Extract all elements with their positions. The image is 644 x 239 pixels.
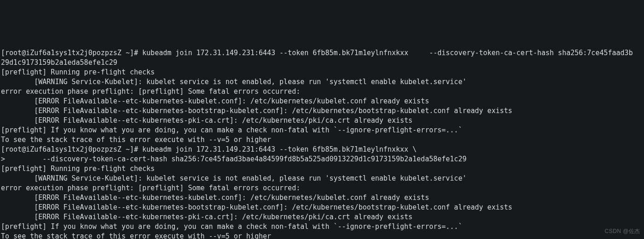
terminal-line: [root@iZuf6a1sys1tx2j0pozpzsZ ~]# kubead…	[1, 145, 643, 154]
terminal-line: [ERROR FileAvailable--etc-kubernetes-pki…	[1, 212, 643, 222]
terminal-line: [WARNING Service-Kubelet]: kubelet servi…	[1, 77, 643, 87]
terminal-line: [preflight] Running pre-flight checks	[1, 68, 643, 77]
terminal-line: [preflight] Running pre-flight checks	[1, 164, 643, 174]
terminal-line: error execution phase preflight: [prefli…	[1, 183, 643, 193]
terminal-line: [ERROR FileAvailable--etc-kubernetes-kub…	[1, 97, 643, 106]
terminal-line: error execution phase preflight: [prefli…	[1, 87, 643, 97]
terminal-line: [ERROR FileAvailable--etc-kubernetes-kub…	[1, 193, 643, 203]
terminal-line: > --discovery-token-ca-cert-hash sha256:…	[1, 154, 643, 164]
watermark-text: CSDN @佐杰	[604, 227, 640, 236]
terminal-line: To see the stack trace of this error exe…	[1, 135, 643, 145]
terminal-line: [preflight] If you know what you are doi…	[1, 222, 643, 232]
terminal-viewport[interactable]: [root@iZuf6a1sys1tx2j0pozpzsZ ~]# kubead…	[0, 48, 644, 239]
terminal-line: [WARNING Service-Kubelet]: kubelet servi…	[1, 174, 643, 183]
terminal-line: [ERROR FileAvailable--etc-kubernetes-boo…	[1, 106, 643, 116]
terminal-line: [preflight] If you know what you are doi…	[1, 125, 643, 135]
terminal-line: To see the stack trace of this error exe…	[1, 232, 643, 239]
terminal-line: [ERROR FileAvailable--etc-kubernetes-pki…	[1, 116, 643, 125]
terminal-line: 29d1c9173159b2a1eda58efe1c29	[1, 58, 643, 68]
terminal-line: [root@iZuf6a1sys1tx2j0pozpzsZ ~]# kubead…	[1, 48, 643, 58]
terminal-line: [ERROR FileAvailable--etc-kubernetes-boo…	[1, 203, 643, 212]
